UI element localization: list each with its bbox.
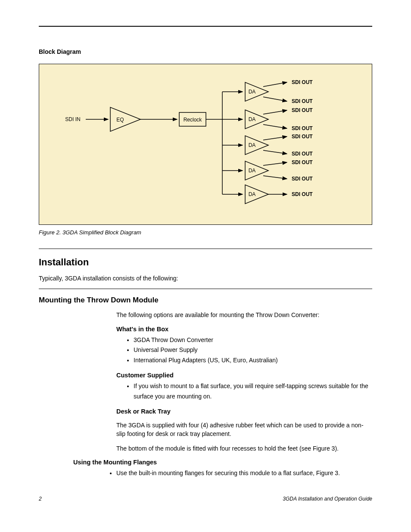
svg-line-10 [263, 97, 287, 101]
svg-marker-1 [110, 107, 140, 131]
svg-line-30 [263, 162, 287, 165]
figure-caption: Figure 2. 3GDA Simplified Block Diagram [39, 229, 372, 236]
svg-text:DA: DA [249, 116, 256, 122]
svg-text:SDI OUT: SDI OUT [292, 107, 313, 113]
list-item: If you wish to mount to a flat surface, … [134, 381, 372, 402]
list-item: 3GDA Throw Down Converter [134, 335, 372, 345]
mounting-heading: Mounting the Throw Down Module [39, 296, 372, 305]
list-item: International Plug Adapters (US, UK, Eur… [134, 355, 372, 366]
svg-line-9 [263, 82, 287, 87]
svg-line-16 [263, 110, 287, 114]
svg-text:SDI OUT: SDI OUT [292, 79, 313, 85]
svg-text:SDI OUT: SDI OUT [292, 176, 313, 182]
svg-text:SDI OUT: SDI OUT [292, 125, 313, 131]
whats-in-box-heading: What's in the Box [116, 326, 372, 333]
flange-items-list: Use the built-in mounting flanges for se… [99, 468, 372, 479]
svg-line-23 [263, 137, 287, 140]
box-items-list: 3GDA Throw Down Converter Universal Powe… [116, 335, 372, 366]
svg-text:SDI OUT: SDI OUT [292, 98, 313, 104]
svg-text:DA: DA [249, 191, 256, 197]
svg-text:SDI OUT: SDI OUT [292, 191, 313, 197]
customer-items-list: If you wish to mount to a flat surface, … [116, 381, 372, 402]
svg-text:SDI OUT: SDI OUT [292, 151, 313, 157]
svg-text:SDI OUT: SDI OUT [292, 134, 313, 140]
svg-text:DA: DA [249, 89, 256, 95]
customer-supplied-heading: Customer Supplied [116, 372, 372, 379]
desk-para2: The bottom of the module is fitted with … [116, 444, 372, 453]
reclock-label: Reclock [184, 117, 202, 123]
desk-tray-heading: Desk or Rack Tray [116, 408, 372, 415]
section-title: Block Diagram [39, 48, 372, 55]
desk-para1: The 3GDA is supplied with four (4) adhes… [116, 421, 372, 439]
sdi-in-label: SDI IN [65, 116, 80, 122]
mounting-flanges-heading: Using the Mounting Flanges [73, 459, 372, 466]
page-number: 2 [39, 496, 42, 502]
installation-intro: Typically, 3GDA installation consists of… [39, 274, 306, 283]
block-diagram: SDI IN EQ Reclock DA [39, 64, 372, 225]
svg-line-17 [263, 124, 287, 128]
svg-line-24 [263, 150, 287, 154]
svg-text:DA: DA [249, 142, 256, 148]
svg-text:DA: DA [249, 168, 256, 174]
installation-heading: Installation [39, 257, 372, 268]
list-item: Universal Power Supply [134, 345, 372, 355]
mount-para: The following options are available for … [116, 311, 372, 319]
list-item: Use the built-in mounting flanges for se… [116, 468, 372, 479]
footer-title: 3GDA Installation and Operation Guide [283, 496, 372, 502]
eq-label: EQ [116, 117, 124, 123]
svg-text:SDI OUT: SDI OUT [292, 159, 313, 165]
svg-line-31 [263, 176, 287, 179]
